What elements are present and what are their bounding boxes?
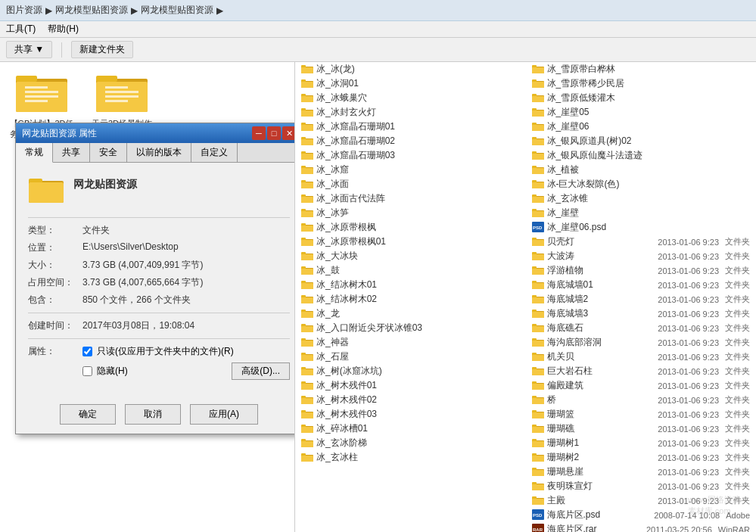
dialog-cancel-button[interactable]: 取消: [125, 404, 181, 425]
file-item[interactable]: 冰_玄冰锥: [526, 191, 757, 206]
file-item[interactable]: 冰_冰窟晶石珊瑚03: [295, 148, 526, 163]
share-button[interactable]: 共享 ▼: [6, 41, 52, 58]
file-item[interactable]: 冰_结冰树木01: [295, 278, 526, 292]
file-item[interactable]: 冰_石屋: [295, 350, 526, 364]
file-item[interactable]: 冰_冰窟: [295, 163, 526, 177]
dialog-maximize-button[interactable]: □: [267, 126, 281, 140]
file-item[interactable]: 冰_冰封玄火灯: [295, 105, 526, 120]
file-item[interactable]: 浮游植物2013-01-06 9:23文件夹: [526, 263, 757, 278]
file-item[interactable]: 冰_树(冰窟冰坑): [295, 364, 526, 378]
dialog-tab-security[interactable]: 安全: [90, 143, 127, 162]
breadcrumb-part3[interactable]: 网龙模型贴图资源: [141, 4, 213, 17]
file-item[interactable]: 冰_冰洞01: [295, 76, 526, 91]
file-item[interactable]: 冰_碎冰槽01: [295, 422, 526, 436]
dialog-hidden-checkbox[interactable]: [82, 366, 92, 376]
dialog-title: 网龙贴图资源 属性: [22, 127, 97, 140]
file-item[interactable]: 冰_冰原带根枫01: [295, 235, 526, 249]
file-item[interactable]: 冰_神器: [295, 335, 526, 350]
menu-tools[interactable]: 工具(T): [6, 23, 36, 36]
folder-small-icon: [532, 466, 544, 478]
file-name: 机关贝: [547, 350, 652, 363]
file-item[interactable]: 冰_龙: [295, 306, 526, 321]
dialog-tab-share[interactable]: 共享: [53, 143, 90, 162]
dialog-apply-button[interactable]: 应用(A): [190, 404, 258, 425]
file-item[interactable]: 冰_冰面: [295, 177, 526, 191]
file-item[interactable]: 冰_结冰树木02: [295, 292, 526, 306]
file-item[interactable]: 冰-巨大冰裂隙(色): [526, 177, 757, 191]
file-item[interactable]: 冰_崖壁06: [526, 120, 757, 134]
file-item[interactable]: 海底城墙22013-01-06 9:23文件夹: [526, 292, 757, 306]
file-item[interactable]: 冰_冰原带根枫: [295, 220, 526, 235]
file-item[interactable]: 冰_树木残件01: [295, 378, 526, 393]
dialog-tab-general[interactable]: 常规: [16, 143, 53, 163]
file-item[interactable]: 冰_入口附近尖牙状冰锥03: [295, 321, 526, 335]
svg-rect-52: [301, 226, 313, 232]
file-item[interactable]: 巨大岩石柱2013-01-06 9:23文件夹: [526, 364, 757, 378]
file-item[interactable]: 冰_雪原带白桦林: [526, 62, 757, 76]
file-item[interactable]: 夜明珠宣灯2013-01-06 9:23文件夹: [526, 479, 757, 493]
file-item[interactable]: 冰_雪原带稀少民居: [526, 76, 757, 91]
file-item[interactable]: 冰_冰(龙): [295, 62, 526, 76]
file-name: 海底城墙3: [547, 307, 652, 320]
svg-rect-13: [105, 100, 128, 102]
file-item[interactable]: 冰_植被: [526, 163, 757, 177]
file-item[interactable]: 冰_大冰块: [295, 249, 526, 263]
file-item[interactable]: 冰_雪原低矮灌木: [526, 91, 757, 105]
file-item[interactable]: 冰_冰窟晶石珊瑚01: [295, 120, 526, 134]
file-item[interactable]: 珊瑚悬崖2013-01-06 9:23文件夹: [526, 465, 757, 479]
file-item[interactable]: 珊瑚树12013-01-06 9:23文件夹: [526, 436, 757, 450]
file-item[interactable]: 冰_崖壁: [526, 206, 757, 220]
file-item[interactable]: RAR 海底片区.rar2011-03-25 20:56WinRAR: [526, 522, 757, 532]
file-item[interactable]: 冰_崖壁05: [526, 105, 757, 120]
file-name: 贝壳灯: [547, 235, 652, 248]
file-item[interactable]: 偏殿建筑2013-01-06 9:23文件夹: [526, 378, 757, 393]
file-item[interactable]: 主殿2013-01-06 9:23文件夹: [526, 493, 757, 508]
svg-rect-82: [301, 369, 313, 375]
file-item[interactable]: 珊瑚树22013-01-06 9:23文件夹: [526, 450, 757, 465]
menu-help[interactable]: 帮助(H): [48, 23, 79, 36]
file-item[interactable]: 冰_冰窟晶石珊瑚02: [295, 134, 526, 148]
file-item[interactable]: 珊瑚礁2013-01-06 9:23文件夹: [526, 422, 757, 436]
file-name: 冰_崖壁: [547, 207, 751, 219]
file-item[interactable]: 机关贝2013-01-06 9:23文件夹: [526, 350, 757, 364]
file-item[interactable]: 贝壳灯2013-01-06 9:23文件夹: [526, 235, 757, 249]
file-type: 文件夹: [725, 337, 750, 348]
breadcrumb-part1[interactable]: 图片资源: [6, 4, 42, 17]
file-item[interactable]: 冰_鼓: [295, 263, 526, 278]
file-item[interactable]: 冰_树木残件02: [295, 393, 526, 407]
file-item[interactable]: 冰_银风原道具(树)02: [526, 134, 757, 148]
file-item[interactable]: 桥2013-01-06 9:23文件夹: [526, 393, 757, 407]
dialog-location-value: E:\Users\Silver\Desktop: [82, 241, 179, 254]
file-item[interactable]: 珊瑚篮2013-01-06 9:23文件夹: [526, 407, 757, 422]
file-item[interactable]: 冰_玄冰柱: [295, 450, 526, 465]
file-item[interactable]: 冰_树木残件03: [295, 407, 526, 422]
file-item[interactable]: 大波涛2013-01-06 9:23文件夹: [526, 249, 757, 263]
svg-rect-6: [25, 100, 48, 102]
file-item[interactable]: 海底城墙32013-01-06 9:23文件夹: [526, 306, 757, 321]
file-item[interactable]: 冰_冰蛾巢穴: [295, 91, 526, 105]
file-item[interactable]: 冰_玄冰阶梯: [295, 436, 526, 450]
file-item[interactable]: 冰_冰面古代法阵: [295, 191, 526, 206]
dialog-advanced-button[interactable]: 高级(D)...: [232, 362, 290, 380]
svg-rect-168: [532, 384, 544, 390]
dialog-close-button[interactable]: ✕: [282, 126, 295, 140]
file-item[interactable]: 海沟底部溶洞2013-01-06 9:23文件夹: [526, 335, 757, 350]
file-item[interactable]: PSD 海底片区.psd2008-07-14 10:08Adobe: [526, 508, 757, 522]
file-item[interactable]: 冰_冰笋: [295, 206, 526, 220]
dialog-readonly-checkbox[interactable]: [82, 347, 92, 356]
dialog-confirm-button[interactable]: 确定: [60, 404, 116, 425]
file-item[interactable]: 海底城墙012013-01-06 9:23文件夹: [526, 278, 757, 292]
file-item[interactable]: 冰_银风原仙魔斗法遗迹: [526, 148, 757, 163]
new-folder-button[interactable]: 新建文件夹: [71, 41, 133, 58]
file-item[interactable]: PSD 冰_崖壁06.psd: [526, 220, 757, 235]
dialog-tab-previous[interactable]: 以前的版本: [127, 143, 191, 162]
file-type: 文件夹: [725, 322, 750, 334]
folder-small-icon: [532, 92, 544, 104]
dialog-minimize-button[interactable]: ─: [252, 126, 266, 140]
folder-small-icon: [301, 308, 313, 320]
file-item[interactable]: 海底礁石2013-01-06 9:23文件夹: [526, 321, 757, 335]
main-content: 【GB计划】3D任务包_场景制作冰原片区 天元3D场景制作海底片区: [0, 62, 756, 532]
dialog-tab-custom[interactable]: 自定义: [191, 143, 238, 162]
psd-icon: PSD: [532, 222, 544, 234]
breadcrumb-part2[interactable]: 网龙模型贴图资源: [55, 4, 128, 17]
